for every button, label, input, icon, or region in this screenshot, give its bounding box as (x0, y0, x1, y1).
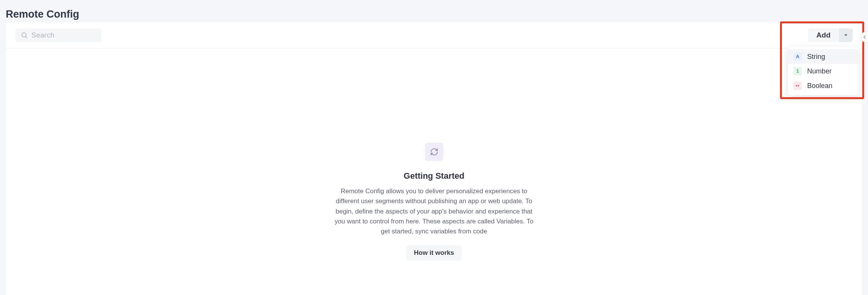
collapse-side-panel-button[interactable] (860, 32, 868, 42)
empty-description: Remote Config allows you to deliver pers… (335, 186, 534, 237)
caret-down-icon (844, 33, 848, 37)
chevron-left-icon (863, 35, 866, 39)
page-title: Remote Config (0, 0, 868, 20)
dropdown-item-label: Number (807, 67, 832, 75)
empty-heading: Getting Started (335, 171, 534, 181)
search-input[interactable] (15, 28, 101, 42)
dropdown-item-boolean[interactable]: •• Boolean (788, 78, 859, 93)
dropdown-item-number[interactable]: 1 Number (788, 64, 859, 78)
add-button-group: Add (808, 28, 853, 42)
search-icon (21, 32, 28, 39)
add-button[interactable]: Add (808, 28, 839, 42)
dropdown-item-label: Boolean (807, 82, 832, 90)
dropdown-item-label: String (807, 53, 825, 61)
boolean-type-icon: •• (793, 81, 802, 90)
refresh-icon (425, 143, 443, 161)
string-type-icon: A (793, 52, 802, 61)
add-dropdown-toggle[interactable] (839, 28, 853, 42)
add-type-dropdown: A String 1 Number •• Boolean (788, 47, 859, 95)
empty-state: Getting Started Remote Config allows you… (335, 143, 534, 261)
main-panel: Add Getting Started Remote Config allows… (6, 22, 862, 295)
toolbar: Add (6, 22, 862, 49)
how-it-works-button[interactable]: How it works (406, 245, 462, 261)
svg-line-1 (26, 36, 27, 38)
search-field (15, 28, 101, 42)
dropdown-item-string[interactable]: A String (788, 49, 859, 64)
number-type-icon: 1 (793, 67, 802, 75)
